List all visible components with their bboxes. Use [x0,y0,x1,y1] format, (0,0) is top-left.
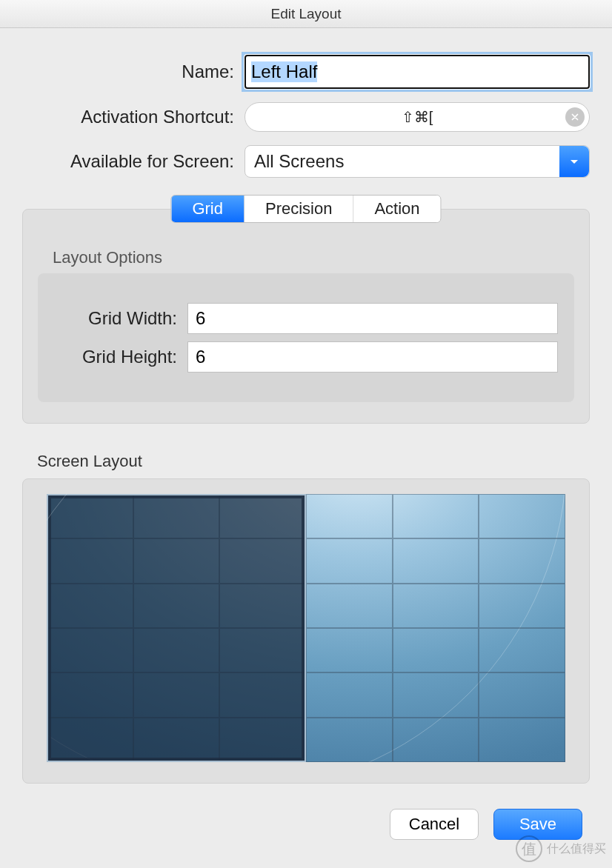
grid-cell[interactable] [479,494,565,538]
screen-layout-section: Screen Layout [22,452,590,784]
grid-cell[interactable] [306,494,393,538]
name-input[interactable] [245,55,590,89]
shortcut-field[interactable]: ⇧⌘[ [245,102,590,132]
grid-height-label: Grid Height: [54,347,187,367]
screen-select-value: All Screens [254,151,344,172]
clear-shortcut-icon[interactable] [565,107,585,127]
grid-height-input[interactable] [187,341,558,373]
grid-cell[interactable] [133,494,220,538]
tab-precision[interactable]: Precision [245,196,353,222]
grid-cell[interactable] [393,494,479,538]
grid-cell[interactable] [219,584,306,628]
grid-cell[interactable] [47,718,133,762]
shortcut-label: Activation Shortcut: [22,107,245,127]
tab-panel: Grid Precision Action Layout Options Gri… [22,209,590,424]
grid-cell[interactable] [219,628,306,672]
grid-cell[interactable] [219,672,306,717]
screen-select[interactable]: All Screens [245,145,590,178]
grid-cell[interactable] [393,584,479,628]
chevron-down-icon [559,146,589,177]
watermark: 值 什么值得买 [516,835,606,862]
grid-cell[interactable] [306,584,393,628]
name-row: Name: [22,55,590,89]
grid-width-row: Grid Width: [54,303,558,334]
grid-cell[interactable] [133,538,220,583]
grid-cell[interactable] [393,538,479,583]
grid-cell[interactable] [306,628,393,672]
watermark-text: 什么值得买 [547,841,606,857]
name-label: Name: [22,61,245,82]
grid-cell[interactable] [393,628,479,672]
grid-cell[interactable] [479,672,565,717]
window-title: Edit Layout [0,0,612,28]
grid-cell[interactable] [133,672,220,717]
grid-cell[interactable] [479,584,565,628]
segmented-tabs: Grid Precision Action [170,195,441,223]
grid-cell[interactable] [393,718,479,762]
screen-row: Available for Screen: All Screens [22,145,590,178]
screen-layout-panel [22,478,590,784]
screen-label: Available for Screen: [22,151,245,172]
grid-cell[interactable] [393,672,479,717]
grid-height-row: Grid Height: [54,341,558,373]
tab-action[interactable]: Action [353,196,440,222]
grid-cell[interactable] [133,718,220,762]
grid-cell[interactable] [219,538,306,583]
grid-cell[interactable] [479,538,565,583]
screen-layout-heading: Screen Layout [37,452,590,471]
grid-cell[interactable] [133,628,220,672]
grid-width-label: Grid Width: [54,308,187,329]
grid-cell[interactable] [47,538,133,583]
grid-cell[interactable] [219,718,306,762]
layout-options-heading: Layout Options [53,248,574,267]
grid-cell[interactable] [479,628,565,672]
shortcut-value: ⇧⌘[ [402,108,433,126]
grid-overlay [47,494,565,762]
grid-cell[interactable] [306,718,393,762]
grid-cell[interactable] [47,584,133,628]
grid-cell[interactable] [133,584,220,628]
tab-grid[interactable]: Grid [171,196,245,222]
grid-cell[interactable] [47,672,133,717]
cancel-button[interactable]: Cancel [390,809,479,840]
grid-cell[interactable] [47,494,133,538]
grid-width-input[interactable] [187,303,558,334]
layout-options-group: Grid Width: Grid Height: [38,273,574,402]
dialog-content: Name: Activation Shortcut: ⇧⌘[ Available… [0,28,612,789]
grid-cell[interactable] [479,718,565,762]
grid-cell[interactable] [306,672,393,717]
screen-preview[interactable] [47,494,565,762]
grid-cell[interactable] [306,538,393,583]
grid-cell[interactable] [219,494,306,538]
shortcut-row: Activation Shortcut: ⇧⌘[ [22,102,590,132]
grid-cell[interactable] [47,628,133,672]
watermark-badge-icon: 值 [516,835,542,862]
selection-region[interactable] [47,494,306,762]
